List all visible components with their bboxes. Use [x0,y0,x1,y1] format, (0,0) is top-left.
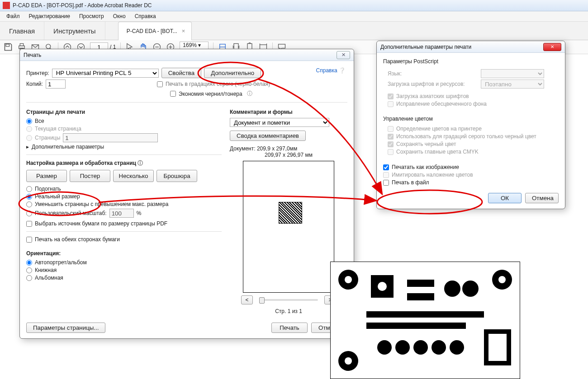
tab-tools[interactable]: Инструменты [44,22,105,40]
custom-scale-input [109,209,134,218]
svg-point-18 [498,276,506,283]
comments-summary-button[interactable]: Сводка комментариев [230,131,306,141]
poster-button[interactable]: Постер [70,170,110,182]
printer-label: Принтер: [26,70,49,76]
keep-cmyk-checkbox [388,149,394,155]
info-icon[interactable]: ⓘ [138,160,143,166]
duplex-label: Печать на обеих сторонах бумаги [35,236,120,243]
svg-point-29 [377,340,392,355]
actual-size-radio[interactable] [26,194,32,200]
print-preview [243,161,334,293]
copies-input[interactable] [46,80,66,89]
save-icon[interactable] [4,42,13,51]
orient-landscape-radio[interactable] [26,275,32,281]
svg-point-22 [378,282,387,291]
print-dialog-title: Печать [24,52,337,58]
comments-select[interactable]: Документ и пометки [230,118,329,127]
pdf-icon [3,2,10,9]
size-button[interactable]: Размер [26,170,67,182]
page-setup-button[interactable]: Параметры страницы... [26,323,105,333]
fonts-select: Поэтапно [481,80,544,89]
simulate-overprint-checkbox [383,172,389,178]
actual-size-label: Реальный размер [35,193,80,200]
gray-black-checkbox [388,134,394,140]
svg-point-25 [444,281,460,297]
svg-point-5 [46,44,51,49]
pages-title: Страницы для печати [26,109,222,115]
print-to-file-checkbox[interactable] [383,180,389,186]
doc-tab[interactable]: P-CAD EDA - [BOT... × [118,22,192,40]
fit-label: Подогнать [35,186,61,192]
tab-home[interactable]: Главная [0,22,44,40]
close-icon[interactable]: ✕ [543,43,561,51]
duplex-checkbox[interactable] [26,237,32,243]
advanced-dialog-title: Дополнительные параметры печати [380,44,543,50]
grayscale-checkbox[interactable] [157,81,163,87]
orient-portrait-radio[interactable] [26,267,32,273]
orientation-title: Ориентация: [26,250,222,257]
svg-rect-27 [366,311,484,318]
menu-edit[interactable]: Редактирование [24,12,75,20]
paper-source-checkbox[interactable] [26,221,32,227]
info-icon[interactable]: ⓘ [247,90,252,98]
acrobat-window: P-CAD EDA - [BOT-POS].pdf - Adobe Acroba… [0,0,588,379]
orient-auto-radio[interactable] [26,260,32,266]
svg-rect-0 [6,44,9,47]
more-params-label[interactable]: Дополнительные параметры [32,144,104,150]
help-icon: ❔ [339,67,346,74]
prev-page-button[interactable]: < [241,295,253,304]
doc-tab-label: P-CAD EDA - [BOT... [127,28,177,34]
help-link[interactable]: Справка ❔ [316,67,346,74]
ps-params-title: Параметры PostScript [383,58,559,65]
menu-window[interactable]: Окно [109,12,130,20]
custom-scale-label: Пользовательский масштаб: [35,210,107,216]
gray-black-label: Использовать для градаций серого только … [396,133,536,140]
svg-point-32 [432,340,446,355]
print-button[interactable]: Печать [271,323,308,333]
printer-color-label: Определение цветов на принтере [396,126,482,132]
page-slider[interactable] [259,299,318,301]
preview-artwork [279,202,302,224]
orient-portrait-label: Книжная [35,267,57,273]
properties-button[interactable]: Свойства [161,68,202,78]
shrink-label: Уменьшить страницы с превышением макс. р… [35,201,168,207]
asian-fonts-checkbox [388,94,394,99]
custom-scale-radio[interactable] [26,211,32,216]
chevron-right-icon[interactable]: ▸ [26,144,29,150]
page-of-label: Стр. 1 из 1 [230,308,347,314]
printer-color-checkbox [388,126,394,132]
print-as-image-checkbox[interactable] [383,164,389,170]
bg-fix-label: Исправление обесцвеченного фона [396,101,487,107]
print-dialog: Печать ✕ Принтер: HP Universal Printing … [19,49,354,339]
menu-view[interactable]: Просмотр [75,12,109,20]
printer-select[interactable]: HP Universal Printing PCL 5 [52,69,159,78]
size-title: Настройка размера и обработка страниц ⓘ [26,159,222,167]
fit-radio[interactable] [26,186,32,192]
percent-label: % [137,210,142,216]
pages-all-radio[interactable] [26,118,32,124]
comments-title: Комментарии и формы [230,109,347,115]
orient-auto-label: Автопортрет/альбом [35,259,87,266]
close-icon[interactable]: × [182,28,185,34]
color-mgmt-title: Управление цветом [383,116,559,122]
print-as-image-label: Печатать как изображение [392,164,459,170]
menu-file[interactable]: Файл [2,12,24,20]
lang-select [481,69,544,78]
booklet-button[interactable]: Брошюра [156,170,197,182]
cancel-button[interactable]: Отмена [525,193,559,203]
pages-all-label: Все [35,118,44,124]
menubar[interactable]: Файл Редактирование Просмотр Окно Справк… [0,11,588,22]
pages-range-radio [26,135,32,141]
ok-button[interactable]: ОК [488,193,522,203]
shrink-radio[interactable] [26,201,32,207]
fonts-label: Загрузка шрифтов и ресурсов: [388,81,478,87]
save-ink-checkbox[interactable] [170,91,176,97]
multiple-button[interactable]: Несколько [113,170,154,182]
svg-point-33 [450,340,464,355]
close-icon[interactable]: ✕ [337,51,350,59]
window-title: P-CAD EDA - [BOT-POS].pdf - Adobe Acroba… [13,2,152,9]
print-dialog-titlebar[interactable]: Печать ✕ [20,49,354,61]
advanced-button[interactable]: Дополнительно [204,68,261,78]
advanced-dialog-titlebar[interactable]: Дополнительные параметры печати ✕ [377,41,565,53]
menu-help[interactable]: Справка [130,12,161,20]
